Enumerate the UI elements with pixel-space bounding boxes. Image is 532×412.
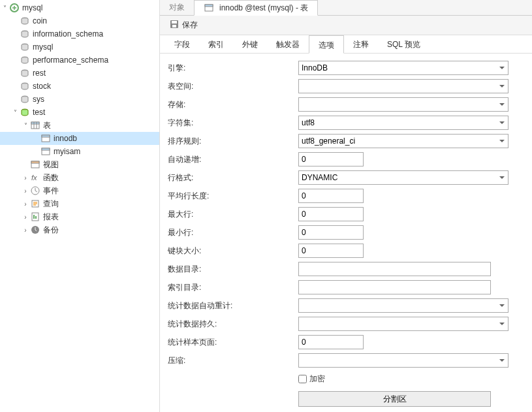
- save-button[interactable]: 保存: [165, 18, 202, 33]
- svg-rect-23: [33, 215, 35, 219]
- tree-db-rest[interactable]: rest: [0, 67, 159, 80]
- svg-rect-16: [42, 148, 50, 150]
- subtab-triggers[interactable]: 触发器: [267, 35, 309, 53]
- tree-label: stock: [33, 82, 51, 91]
- tree-label: myisam: [54, 147, 80, 156]
- tree-label: 事件: [43, 185, 59, 197]
- subtab-indexes[interactable]: 索引: [199, 35, 233, 53]
- avgrow-label: 平均行长度:: [168, 191, 298, 202]
- rowformat-select[interactable]: [298, 170, 509, 185]
- tree-label: mysql: [22, 3, 42, 12]
- sub-tabs: 字段 索引 外键 触发器 选项 注释 SQL 预览: [160, 35, 532, 54]
- chevron-right-icon: ›: [21, 186, 30, 195]
- minrows-label: 最小行:: [168, 227, 298, 238]
- save-icon: [169, 19, 180, 31]
- database-icon: [20, 107, 30, 118]
- view-icon: [30, 159, 40, 170]
- toolbar: 保存: [160, 16, 532, 35]
- statsauto-select[interactable]: [298, 298, 509, 313]
- minrows-input[interactable]: [298, 225, 364, 240]
- maxrows-input[interactable]: [298, 207, 364, 221]
- storage-select[interactable]: [298, 97, 509, 112]
- charset-select[interactable]: [298, 116, 509, 130]
- tree-label: 查询: [43, 198, 59, 210]
- tree-table-innodb[interactable]: innodb: [0, 132, 159, 145]
- tablespace-label: 表空间:: [168, 81, 298, 92]
- tab-table-editor[interactable]: innodb @test (mysql) - 表: [194, 0, 318, 16]
- autoinc-input[interactable]: [298, 152, 364, 166]
- tree-label: 函数: [43, 172, 59, 183]
- rowformat-label: 行格式:: [168, 172, 298, 183]
- chevron-down-icon: ˅: [10, 108, 20, 117]
- report-icon: [30, 212, 40, 222]
- tree-db-perf[interactable]: performance_schema: [0, 54, 159, 67]
- tree-tables-node[interactable]: ˅ 表: [0, 119, 159, 132]
- top-tabs: 对象 innodb @test (mysql) - 表: [160, 0, 532, 16]
- tab-objects[interactable]: 对象: [160, 0, 194, 15]
- partition-button[interactable]: 分割区: [298, 391, 491, 407]
- subtab-sql[interactable]: SQL 预览: [378, 35, 430, 53]
- tree-db-stock[interactable]: stock: [0, 80, 159, 93]
- tablespace-select[interactable]: [298, 79, 509, 93]
- database-icon: [20, 16, 30, 26]
- indexdir-label: 索引目录:: [168, 282, 298, 293]
- tree-db-coin[interactable]: coin: [0, 14, 159, 27]
- tree-connection[interactable]: ˅ mysql: [0, 1, 159, 14]
- statspersist-label: 统计数据持久:: [168, 319, 298, 330]
- compress-select[interactable]: [298, 353, 509, 368]
- event-icon: [30, 185, 40, 196]
- backup-icon: [30, 225, 40, 235]
- tree-label: innodb: [54, 134, 77, 143]
- tree-label: rest: [33, 69, 46, 78]
- tree-event-node[interactable]: › 事件: [0, 184, 159, 197]
- datadir-input[interactable]: [298, 262, 491, 276]
- query-icon: [30, 198, 40, 209]
- table-group-icon: [30, 120, 40, 131]
- statspersist-select[interactable]: [298, 317, 509, 331]
- tree-func-node[interactable]: › fx 函数: [0, 171, 159, 184]
- database-icon: [20, 55, 30, 65]
- encrypt-label: 加密: [309, 373, 325, 385]
- subtab-fields[interactable]: 字段: [165, 35, 199, 53]
- tree-label: test: [33, 108, 45, 117]
- svg-rect-14: [42, 135, 50, 137]
- statspages-input[interactable]: [298, 335, 364, 349]
- tree-query-node[interactable]: › 查询: [0, 197, 159, 210]
- keyblock-input[interactable]: [298, 244, 364, 258]
- function-icon: fx: [30, 172, 40, 183]
- tree-label: 表: [43, 120, 51, 131]
- tree-label: 视图: [43, 159, 59, 170]
- collation-select[interactable]: [298, 134, 509, 148]
- tree-label: performance_schema: [33, 55, 108, 65]
- tree-table-myisam[interactable]: myisam: [0, 145, 159, 158]
- svg-rect-18: [31, 161, 39, 163]
- tree-db-test[interactable]: ˅ test: [0, 106, 159, 119]
- tree-label: 备份: [43, 225, 59, 236]
- tree-db-mysql[interactable]: mysql: [0, 40, 159, 54]
- svg-rect-27: [205, 5, 213, 7]
- chevron-right-icon: ›: [21, 225, 30, 234]
- chevron-right-icon: ›: [21, 199, 30, 208]
- tree-db-sys[interactable]: sys: [0, 93, 159, 106]
- keyblock-label: 键块大小:: [168, 246, 298, 257]
- avgrow-input[interactable]: [298, 189, 364, 203]
- tree-db-info[interactable]: information_schema: [0, 27, 159, 40]
- subtab-fk[interactable]: 外键: [233, 35, 267, 53]
- subtab-options[interactable]: 选项: [309, 35, 344, 54]
- datadir-label: 数据目录:: [168, 264, 298, 275]
- chevron-down-icon: ˅: [0, 3, 9, 12]
- db-tree: ˅ mysql coin information_schema mysql pe…: [0, 0, 159, 412]
- tree-report-node[interactable]: › 报表: [0, 210, 159, 223]
- database-icon: [20, 81, 30, 91]
- tab-label: innodb @test (mysql) - 表: [219, 3, 308, 14]
- tree-views-node[interactable]: 视图: [0, 158, 159, 171]
- indexdir-input[interactable]: [298, 280, 491, 294]
- maxrows-label: 最大行:: [168, 209, 298, 220]
- subtab-comments[interactable]: 注释: [344, 35, 378, 53]
- encrypt-checkbox[interactable]: [298, 375, 307, 383]
- tree-backup-node[interactable]: › 备份: [0, 223, 159, 236]
- compress-label: 压缩:: [168, 355, 298, 366]
- encrypt-checkbox-row[interactable]: 加密: [298, 373, 325, 385]
- engine-select[interactable]: [298, 61, 509, 75]
- chevron-right-icon: ›: [21, 212, 30, 221]
